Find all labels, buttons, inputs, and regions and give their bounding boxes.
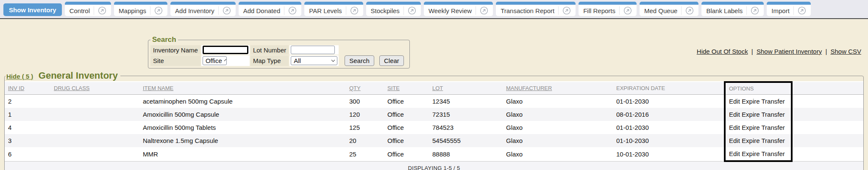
edit-link[interactable]: Edit <box>729 98 740 105</box>
tab-fill-reports[interactable]: Fill Reports <box>579 2 637 16</box>
external-link-icon[interactable] <box>154 6 163 15</box>
cell-options: Edit Expire Transfer <box>725 134 792 147</box>
cell-drug-class <box>50 95 139 108</box>
external-link-icon[interactable] <box>623 6 632 15</box>
search-legend: Search <box>150 36 178 44</box>
cell-inv-id: 1 <box>5 108 50 121</box>
expire-link[interactable]: Expire <box>742 150 760 157</box>
table-row: 6 MMR 25 Office 88888 Glaxo 10-01-2030 E… <box>5 147 863 161</box>
external-link-icon[interactable] <box>223 6 231 15</box>
cell-manufacturer: Glaxo <box>503 147 613 161</box>
cell-site: Office <box>384 134 429 147</box>
cell-qty: 20 <box>346 134 384 147</box>
tab-divider <box>150 6 150 15</box>
cell-manufacturer: Glaxo <box>503 108 613 121</box>
edit-link[interactable]: Edit <box>729 111 740 118</box>
tab-divider <box>746 6 747 15</box>
col-header-drug-class[interactable]: DRUG CLASS <box>50 82 139 95</box>
tab-label[interactable]: Med Queue <box>644 7 677 14</box>
inventory-name-input[interactable] <box>203 46 248 54</box>
col-header-qty[interactable]: QTY <box>346 82 384 95</box>
cell-lot: 12345 <box>429 95 503 108</box>
edit-link[interactable]: Edit <box>729 137 740 144</box>
transfer-link[interactable]: Transfer <box>761 124 785 131</box>
cell-spacer <box>792 147 863 161</box>
cell-expiration-date: 01-01-2030 <box>613 121 725 134</box>
transfer-link[interactable]: Transfer <box>761 98 785 105</box>
tab-add-inventory[interactable]: Add Inventory <box>170 2 236 16</box>
cell-site: Office <box>384 95 429 108</box>
expire-link[interactable]: Expire <box>742 124 760 131</box>
tab-top-accent <box>239 2 302 5</box>
cell-options: Edit Expire Transfer <box>725 95 792 108</box>
tab-divider <box>218 6 219 15</box>
tab-weekly-review[interactable]: Weekly Review <box>424 2 493 16</box>
tab-med-queue[interactable]: Med Queue <box>640 2 698 16</box>
col-header-site[interactable]: SITE <box>384 82 429 95</box>
tab-mappings[interactable]: Mappings <box>114 2 167 16</box>
hide-count-link[interactable]: Hide ( 5 ) <box>6 73 33 80</box>
external-link-icon[interactable] <box>350 6 359 15</box>
show-patient-inventory-link[interactable]: Show Patient Inventory <box>757 48 822 55</box>
tab-label[interactable]: Mappings <box>119 7 146 14</box>
map-type-select[interactable]: All <box>291 56 337 65</box>
tab-divider <box>403 6 404 15</box>
col-header-manufacturer[interactable]: MANUFACTURER <box>503 82 613 95</box>
col-header-options: OPTIONS <box>725 82 792 95</box>
external-link-icon[interactable] <box>562 6 571 15</box>
tab-label[interactable]: Stockpiles <box>371 7 400 14</box>
tab-top-accent <box>114 2 167 5</box>
transfer-link[interactable]: Transfer <box>761 150 785 157</box>
expire-link[interactable]: Expire <box>742 111 760 118</box>
col-header-lot[interactable]: LOT <box>429 82 503 95</box>
page-title: General Inventory <box>39 70 118 81</box>
tab-add-donated[interactable]: Add Donated <box>239 2 302 16</box>
tab-label[interactable]: Control <box>70 7 90 14</box>
tab-label[interactable]: Add Inventory <box>175 7 214 14</box>
external-link-icon[interactable] <box>288 6 297 15</box>
external-link-icon[interactable] <box>98 6 106 15</box>
cell-spacer <box>792 108 863 121</box>
col-header-inv-id[interactable]: INV ID <box>5 82 50 95</box>
clear-button[interactable]: Clear <box>379 55 404 66</box>
tab-show-inventory[interactable]: Show Inventory <box>3 3 62 16</box>
tab-control[interactable]: Control <box>65 2 111 16</box>
external-link-icon[interactable] <box>480 6 488 15</box>
hide-out-of-stock-link[interactable]: Hide Out Of Stock <box>697 48 748 55</box>
tab-blank-labels[interactable]: Blank Labels <box>701 2 764 16</box>
expire-link[interactable]: Expire <box>742 137 760 144</box>
tab-label[interactable]: Add Donated <box>243 7 281 14</box>
col-header-item-name[interactable]: ITEM NAME <box>139 82 346 95</box>
cell-lot: 72315 <box>429 108 503 121</box>
expire-link[interactable]: Expire <box>742 98 760 105</box>
external-link-icon[interactable] <box>751 6 759 15</box>
tab-top-accent <box>701 2 764 5</box>
cell-drug-class <box>50 147 139 161</box>
tab-label[interactable]: Import <box>771 7 790 14</box>
external-link-icon[interactable] <box>408 6 416 15</box>
external-link-icon[interactable] <box>798 6 806 15</box>
tab-transaction-report[interactable]: Transaction Report <box>496 2 576 16</box>
transfer-link[interactable]: Transfer <box>761 137 785 144</box>
tab-label[interactable]: Weekly Review <box>428 7 472 14</box>
edit-link[interactable]: Edit <box>729 124 740 131</box>
cell-inv-id: 2 <box>5 95 50 108</box>
external-link-icon[interactable] <box>685 6 694 15</box>
transfer-link[interactable]: Transfer <box>761 111 785 118</box>
site-select[interactable]: Office <box>203 56 227 65</box>
tab-label[interactable]: Fill Reports <box>583 7 615 14</box>
search-button[interactable]: Search <box>345 55 374 66</box>
lot-number-input[interactable] <box>291 46 335 54</box>
edit-link[interactable]: Edit <box>729 150 740 157</box>
tab-divider <box>346 6 346 15</box>
top-nav: Show Inventory Control Mappings Add Inve… <box>0 0 868 19</box>
tab-par-levels[interactable]: PAR Levels <box>304 2 363 16</box>
tab-label[interactable]: Transaction Report <box>501 7 554 14</box>
cell-options: Edit Expire Transfer <box>725 108 792 121</box>
search-panel: Search Inventory Name Lot Number Site Of… <box>148 36 410 69</box>
show-csv-link[interactable]: Show CSV <box>830 48 861 55</box>
tab-import[interactable]: Import <box>767 2 811 16</box>
tab-label[interactable]: Blank Labels <box>706 7 743 14</box>
tab-label[interactable]: PAR Levels <box>309 7 342 14</box>
tab-stockpiles[interactable]: Stockpiles <box>366 2 421 16</box>
